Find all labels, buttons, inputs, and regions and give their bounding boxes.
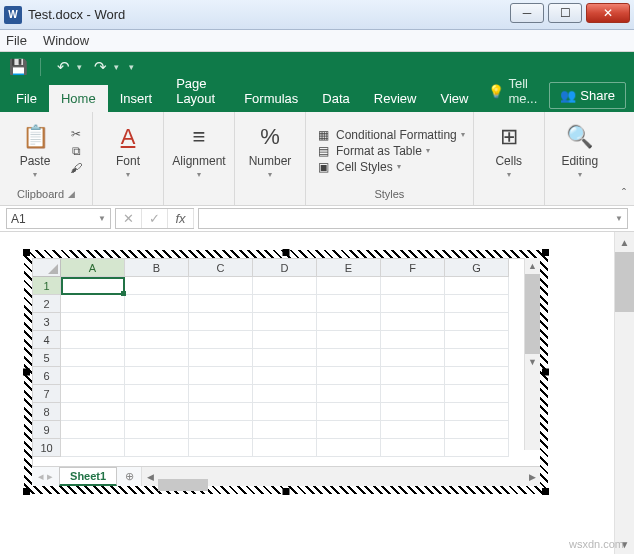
column-header[interactable]: E — [317, 259, 381, 277]
worksheet-scrollbar-horizontal[interactable]: ◀ ▶ — [141, 467, 540, 486]
cell[interactable] — [381, 403, 445, 421]
cell[interactable] — [253, 349, 317, 367]
word-menu-window[interactable]: Window — [43, 33, 89, 48]
cell[interactable] — [445, 421, 509, 439]
window-maximize-button[interactable]: ☐ — [548, 3, 582, 23]
window-minimize-button[interactable]: ─ — [510, 3, 544, 23]
tab-view[interactable]: View — [428, 85, 480, 112]
row-header[interactable]: 5 — [33, 349, 61, 367]
cell[interactable] — [189, 331, 253, 349]
cell[interactable] — [317, 421, 381, 439]
row-header[interactable]: 2 — [33, 295, 61, 313]
cell[interactable] — [125, 277, 189, 295]
accept-formula-button[interactable]: ✓ — [142, 209, 168, 228]
scrollbar-thumb[interactable] — [615, 252, 634, 312]
cell[interactable] — [445, 385, 509, 403]
resize-handle[interactable] — [542, 488, 549, 495]
row-header[interactable]: 1 — [33, 277, 61, 295]
number-button[interactable]: % Number ▾ — [243, 122, 297, 179]
resize-handle[interactable] — [23, 369, 30, 376]
resize-handle[interactable] — [542, 369, 549, 376]
name-box[interactable]: A1 ▼ — [6, 208, 111, 229]
cell[interactable] — [189, 295, 253, 313]
cell[interactable] — [317, 349, 381, 367]
cell[interactable] — [61, 421, 125, 439]
cell[interactable] — [189, 313, 253, 331]
resize-handle[interactable] — [23, 488, 30, 495]
scroll-left-icon[interactable]: ◀ — [142, 472, 158, 482]
scroll-down-icon[interactable]: ▼ — [525, 354, 540, 370]
cell[interactable] — [189, 349, 253, 367]
cell[interactable] — [317, 313, 381, 331]
cell[interactable] — [125, 313, 189, 331]
cut-button[interactable]: ✂ — [68, 127, 84, 141]
cell[interactable] — [125, 331, 189, 349]
font-button[interactable]: A Font ▾ — [101, 122, 155, 179]
column-header[interactable]: F — [381, 259, 445, 277]
cell[interactable] — [445, 367, 509, 385]
embedded-ole-object[interactable]: ABCDEFG12345678910 ▲ ▼ ◂ ▸ Sheet1 ⊕ ◀ ▶ — [24, 250, 548, 494]
tab-page-layout[interactable]: Page Layout — [164, 70, 232, 112]
cell[interactable] — [125, 295, 189, 313]
cell[interactable] — [445, 277, 509, 295]
cell-styles-button[interactable]: ▣ Cell Styles ▾ — [314, 160, 465, 174]
cell[interactable] — [125, 367, 189, 385]
cell[interactable] — [61, 313, 125, 331]
cell[interactable] — [445, 403, 509, 421]
copy-button[interactable]: ⧉ — [68, 144, 84, 158]
worksheet-scrollbar-vertical[interactable]: ▲ ▼ — [524, 258, 540, 450]
cell[interactable] — [125, 385, 189, 403]
tab-data[interactable]: Data — [310, 85, 361, 112]
tab-file[interactable]: File — [4, 85, 49, 112]
scroll-right-icon[interactable]: ▶ — [524, 472, 540, 482]
undo-more-icon[interactable]: ▾ — [77, 62, 82, 72]
cell[interactable] — [445, 439, 509, 457]
column-header[interactable]: A — [61, 259, 125, 277]
redo-more-icon[interactable]: ▾ — [114, 62, 119, 72]
chevron-down-icon[interactable]: ▼ — [98, 214, 106, 223]
select-all-corner[interactable] — [33, 259, 61, 277]
cell[interactable] — [61, 439, 125, 457]
collapse-ribbon-icon[interactable]: ˆ — [622, 187, 626, 201]
cell[interactable] — [125, 403, 189, 421]
cell[interactable] — [61, 385, 125, 403]
cell[interactable] — [189, 421, 253, 439]
expand-formula-icon[interactable]: ▼ — [615, 214, 623, 223]
column-header[interactable]: G — [445, 259, 509, 277]
cell[interactable] — [381, 331, 445, 349]
worksheet-grid[interactable]: ABCDEFG12345678910 — [32, 258, 540, 466]
tab-formulas[interactable]: Formulas — [232, 85, 310, 112]
share-button[interactable]: 👥 Share — [549, 82, 626, 109]
cell[interactable] — [381, 277, 445, 295]
cell[interactable] — [61, 295, 125, 313]
insert-function-button[interactable]: fx — [168, 209, 194, 228]
cell[interactable] — [381, 295, 445, 313]
cell[interactable] — [189, 277, 253, 295]
conditional-formatting-button[interactable]: ▦ Conditional Formatting ▾ — [314, 128, 465, 142]
cell[interactable] — [445, 313, 509, 331]
resize-handle[interactable] — [283, 488, 290, 495]
cell[interactable] — [381, 421, 445, 439]
window-close-button[interactable]: ✕ — [586, 3, 630, 23]
cell[interactable] — [125, 439, 189, 457]
undo-icon[interactable]: ↶ — [51, 55, 75, 79]
cell[interactable] — [381, 313, 445, 331]
cell[interactable] — [445, 295, 509, 313]
cell[interactable] — [253, 295, 317, 313]
cell[interactable] — [253, 385, 317, 403]
resize-handle[interactable] — [542, 249, 549, 256]
format-as-table-button[interactable]: ▤ Format as Table ▾ — [314, 144, 465, 158]
tab-home[interactable]: Home — [49, 85, 108, 112]
paste-button[interactable]: 📋 Paste ▾ — [8, 122, 62, 179]
document-canvas[interactable]: ABCDEFG12345678910 ▲ ▼ ◂ ▸ Sheet1 ⊕ ◀ ▶ — [0, 232, 614, 554]
sheet-tab-sheet1[interactable]: Sheet1 — [59, 467, 117, 486]
sheet-nav-arrows[interactable]: ◂ ▸ — [32, 467, 59, 486]
cell[interactable] — [189, 385, 253, 403]
cell[interactable] — [381, 385, 445, 403]
cell[interactable] — [381, 439, 445, 457]
cell[interactable] — [317, 295, 381, 313]
cell[interactable] — [445, 349, 509, 367]
cell[interactable] — [317, 385, 381, 403]
new-sheet-button[interactable]: ⊕ — [117, 467, 141, 486]
format-painter-button[interactable]: 🖌 — [68, 161, 84, 175]
